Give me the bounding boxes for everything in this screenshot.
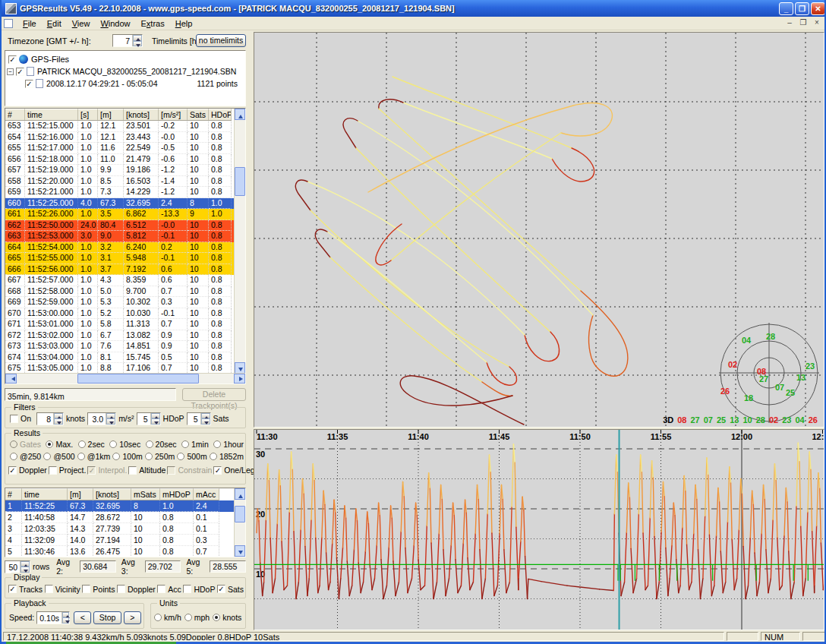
trackpoint-table-vscrollbar[interactable] [234, 109, 245, 374]
track-map[interactable]: 0428022308271307252618 3D082707251310280… [254, 32, 824, 428]
checkbox-sats[interactable]: ✓Sats [217, 585, 244, 594]
checkbox-interpol[interactable]: ✓Interpol. [87, 466, 127, 475]
tree-session-checkbox[interactable]: ✓ [25, 80, 36, 88]
table-row[interactable]: 511:30:4613.626.475100.80.7 [5, 546, 234, 557]
radio-20sec[interactable]: 20sec [146, 440, 177, 449]
radio-100m[interactable]: 100m [112, 452, 142, 461]
spinner-arrows-icon[interactable] [132, 35, 142, 46]
table-row[interactable]: 411:32:0914.027.194100.80.3 [5, 535, 234, 546]
column-header[interactable]: Sats [188, 109, 209, 121]
table-row[interactable]: 65911:52:21.0001.07.314.229-1.2100.8 [5, 187, 234, 198]
timezone-spinner[interactable]: 7 [112, 34, 143, 47]
scroll-up-icon[interactable] [235, 109, 245, 120]
scrollbar-thumb[interactable] [235, 167, 245, 196]
checkbox-doppler[interactable]: ✓Doppler [8, 466, 47, 475]
trackpoint-table-hscrollbar[interactable] [5, 373, 245, 384]
scroll-down-icon[interactable] [235, 362, 245, 374]
table-row[interactable]: 211:40:5814.728.672100.80.1 [5, 512, 234, 523]
tree-file-label[interactable]: PATRICK MACQU_832000255_20081217_121904.… [37, 67, 236, 76]
column-header[interactable]: [knots] [93, 488, 131, 500]
checkbox-constrain[interactable]: Constrain [167, 466, 212, 475]
step-forward-button[interactable]: > [124, 611, 141, 624]
column-header[interactable]: [m] [98, 109, 124, 121]
filter-sats-spinner[interactable]: 5 [187, 412, 211, 425]
speed-spinner[interactable]: 0.10s [36, 611, 70, 624]
checkbox-acc[interactable]: Acc [157, 585, 181, 594]
table-row[interactable]: 66811:52:58.0001.05.09.7000.7100.8 [5, 286, 234, 298]
checkbox-tracks[interactable]: ✓Tracks [8, 585, 43, 594]
minimize-button[interactable]: _ [779, 2, 793, 15]
table-row[interactable]: 67111:53:01.0001.05.811.3130.7100.8 [5, 319, 234, 330]
table-row[interactable]: 312:03:3514.327.739100.80.1 [5, 523, 234, 535]
column-header[interactable]: [s] [78, 109, 98, 121]
delete-trackpoints-button[interactable]: Delete Trackpoint(s) [182, 388, 246, 401]
rows-spinner[interactable]: 50 [5, 560, 30, 573]
column-header[interactable]: time [25, 109, 78, 121]
close-button[interactable]: ✕ [811, 2, 825, 15]
filter-knots-spinner[interactable]: 8 [36, 412, 64, 425]
scroll-right-icon[interactable] [234, 374, 245, 384]
stop-button[interactable]: Stop [93, 611, 121, 624]
tree-session-label[interactable]: 2008.12.17 04:29:21 - 05:05:04 [46, 79, 158, 88]
scroll-down-icon[interactable] [235, 545, 245, 557]
table-row[interactable]: 66511:52:55.0001.03.15.948-0.1100.8 [5, 253, 234, 264]
table-row[interactable]: 67411:53:04.0001.08.115.7450.5100.8 [5, 352, 234, 364]
table-row[interactable]: 111:52:2567.332.69581.02.4 [5, 500, 234, 512]
column-header[interactable]: time [22, 488, 68, 500]
table-row[interactable]: 67011:53:00.0001.05.210.030-0.1100.8 [5, 308, 234, 320]
radio-250m[interactable]: 250m [145, 452, 175, 461]
filter-ms2-spinner[interactable]: 3.0 [87, 412, 116, 425]
radio-gates[interactable]: Gates [10, 440, 41, 449]
table-row[interactable]: 65811:52:20.0001.08.516.503-1.4100.8 [5, 176, 234, 188]
table-row[interactable]: 65411:52:16.0001.012.123.443-0.0100.8 [5, 132, 234, 144]
table-row[interactable]: 66611:52:56.0001.03.77.1920.6100.8 [5, 264, 234, 276]
checkbox-project[interactable]: Project. [49, 466, 87, 475]
checkbox-altitude[interactable]: Altitude [128, 466, 166, 475]
column-header[interactable]: mAcc [194, 488, 219, 500]
table-row[interactable]: 66911:52:59.0001.05.310.3020.3100.8 [5, 297, 234, 308]
checkbox-points[interactable]: Points [82, 585, 115, 594]
checkbox-doppler[interactable]: Doppler [117, 585, 156, 594]
column-header[interactable]: mSats [131, 488, 160, 500]
table-row[interactable]: 67311:53:03.0001.07.614.8510.9100.8 [5, 341, 234, 352]
menu-extras[interactable]: Extras [136, 17, 170, 30]
radio-unit-kmh[interactable]: km/h [154, 613, 181, 622]
table-row[interactable]: 67511:53:05.0001.08.817.1060.7100.8 [5, 363, 234, 374]
table-row[interactable]: 66011:52:25.0004.067.332.6952.481.0 [5, 198, 234, 210]
column-header[interactable]: [knots] [124, 109, 159, 121]
table-row[interactable]: 66311:52:53.0003.09.05.812-0.1100.8 [5, 231, 234, 242]
table-row[interactable]: 67211:53:02.0001.06.713.0820.9100.8 [5, 330, 234, 342]
table-row[interactable]: 65611:52:18.0001.011.021.479-0.6100.8 [5, 154, 234, 166]
radio-unit-knots[interactable]: knots [213, 613, 241, 622]
tree-collapse-icon[interactable]: − [7, 68, 14, 75]
column-header[interactable]: HDoP [209, 109, 232, 121]
filters-on-checkbox[interactable]: On [10, 414, 31, 423]
filter-hdop-spinner[interactable]: 5 [137, 412, 161, 425]
radio-500[interactable]: @500 [43, 452, 74, 461]
menu-edit[interactable]: Edit [42, 17, 67, 30]
menu-help[interactable]: Help [170, 17, 198, 30]
radio-1km[interactable]: @1km [77, 452, 111, 461]
scroll-up-icon[interactable] [235, 488, 245, 500]
table-row[interactable]: 65311:52:15.0001.012.123.501-0.2100.8 [5, 121, 234, 132]
scrollbar-thumb[interactable] [235, 506, 245, 522]
results-table-vscrollbar[interactable] [234, 488, 245, 557]
mdi-minimize-button[interactable]: – [783, 18, 796, 28]
scrollbar-thumb[interactable] [77, 374, 199, 384]
radio-max[interactable]: Max. [46, 440, 73, 449]
speed-chart[interactable]: 11:3011:3511:4011:4511:5011:5512:0012:05… [254, 429, 824, 630]
column-header[interactable]: # [5, 109, 25, 121]
table-row[interactable]: 66111:52:26.0001.03.56.862-13.391.0 [5, 209, 234, 220]
table-row[interactable]: 66211:52:50.00024.080.46.512-0.0100.8 [5, 220, 234, 232]
restore-button[interactable]: ❐ [795, 2, 809, 15]
column-header[interactable]: # [5, 488, 22, 500]
column-header[interactable]: mHDoP [160, 488, 194, 500]
timelimits-button[interactable]: no timelimits [196, 34, 246, 47]
radio-250[interactable]: @250 [10, 452, 41, 461]
radio-10sec[interactable]: 10sec [109, 440, 140, 449]
table-row[interactable]: 65711:52:19.0001.09.919.186-1.2100.8 [5, 165, 234, 176]
column-header[interactable]: [m/s²] [159, 109, 188, 121]
scroll-left-icon[interactable] [5, 374, 17, 384]
radio-2sec[interactable]: 2sec [78, 440, 105, 449]
tree-root-checkbox[interactable]: ✓ [8, 55, 19, 64]
